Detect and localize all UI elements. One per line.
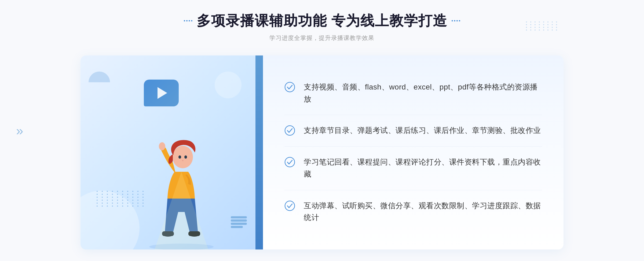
subtitle-text: 学习进度全掌握，提升录播课教学效果 — [184, 34, 460, 42]
page-wrapper: » 多项录播课辅助功能 专为线上教学打造 学习进度全掌握，提升录播课教学效果 — [0, 0, 644, 261]
svg-point-3 — [173, 146, 193, 168]
person-illustration — [133, 110, 230, 249]
check-icon-1 — [284, 82, 295, 92]
feature-item-1: 支持视频、音频、flash、word、excel、ppt、pdf等各种格式的资源… — [284, 72, 542, 115]
title-text: 多项录播课辅助功能 专为线上教学打造 — [197, 12, 447, 30]
feature-item-3: 学习笔记回看、课程提问、课程评论打分、课件资料下载，重点内容收藏 — [284, 147, 542, 190]
illustration-panel — [80, 55, 263, 250]
check-icon-4 — [284, 200, 295, 211]
cylinder-deco — [231, 216, 247, 228]
svg-point-14 — [285, 201, 295, 211]
title-decorator-left — [184, 20, 192, 21]
dots-right-decoration — [526, 21, 553, 48]
feature-text-2: 支持章节目录、弹题考试、课后练习、课后作业、章节测验、批改作业 — [304, 125, 541, 137]
check-icon-3 — [284, 157, 295, 167]
feature-text-3: 学习笔记回看、课程提问、课程评论打分、课件资料下载，重点内容收藏 — [304, 156, 542, 180]
features-panel: 支持视频、音频、flash、word、excel、ppt、pdf等各种格式的资源… — [263, 55, 564, 250]
feature-item-4: 互动弹幕、试听购买、微信分享、观看次数限制、学习进度跟踪、数据统计 — [284, 190, 542, 234]
feature-text-4: 互动弹幕、试听购买、微信分享、观看次数限制、学习进度跟踪、数据统计 — [304, 200, 542, 224]
blue-accent-bar — [255, 55, 263, 250]
svg-point-6 — [182, 160, 184, 161]
title-decorator-right — [452, 20, 460, 21]
check-icon-2 — [284, 125, 295, 136]
svg-point-11 — [285, 82, 295, 92]
feature-text-1: 支持视频、音频、flash、word、excel、ppt、pdf等各种格式的资源… — [304, 81, 542, 105]
main-title: 多项录播课辅助功能 专为线上教学打造 — [184, 12, 460, 30]
svg-point-13 — [285, 157, 295, 167]
svg-point-4 — [178, 155, 181, 159]
semicircle-deco — [89, 72, 110, 82]
circle-deco-medium — [215, 72, 241, 98]
chevron-left-decoration: » — [16, 123, 23, 138]
header-section: 多项录播课辅助功能 专为线上教学打造 学习进度全掌握，提升录播课教学效果 — [184, 12, 460, 42]
feature-item-2: 支持章节目录、弹题考试、课后练习、课后作业、章节测验、批改作业 — [284, 115, 542, 147]
svg-rect-2 — [161, 142, 163, 148]
content-area: 支持视频、音频、flash、word、excel、ppt、pdf等各种格式的资源… — [80, 55, 564, 250]
play-triangle-icon — [158, 87, 167, 99]
play-bubble — [144, 80, 179, 106]
svg-point-5 — [184, 155, 187, 159]
svg-point-12 — [285, 126, 295, 135]
